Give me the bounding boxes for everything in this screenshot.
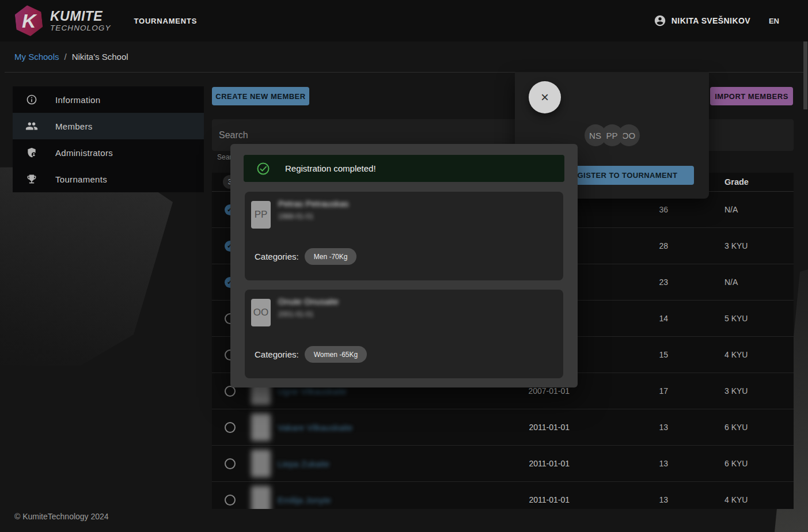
page: K KUMITE TECHNOLOGY TOURNAMENTS NIKITA S… xyxy=(0,0,808,532)
row-age-cell: 13 xyxy=(573,423,668,432)
table-row[interactable]: Emilija Jonyte 2011-01-01 13 4 KYU xyxy=(212,482,794,509)
sidebar-item-tournaments[interactable]: Tournaments xyxy=(13,166,204,192)
logo-letter: K xyxy=(22,11,36,31)
logo-hexagon-icon: K xyxy=(13,4,44,38)
admin-shield-icon xyxy=(25,146,38,159)
account-circle-icon xyxy=(654,14,666,27)
sidebar-item-label: Tournaments xyxy=(55,174,107,184)
members-icon xyxy=(25,120,38,132)
nav-item-tournaments[interactable]: TOURNAMENTS xyxy=(134,17,198,25)
member-name-blurred: Petras Petrauskas xyxy=(278,199,349,208)
breadcrumb-my-schools[interactable]: My Schools xyxy=(14,52,59,62)
row-name-cell: Vakare Vilkauskaite xyxy=(248,413,504,441)
member-avatar-blurred xyxy=(251,450,271,477)
language-switcher[interactable]: EN xyxy=(769,17,779,25)
import-members-button[interactable]: IMPORT MEMBERS xyxy=(710,87,793,105)
success-banner: Registration completed! xyxy=(244,155,564,182)
row-select-cell xyxy=(212,458,248,469)
member-name-link-blurred[interactable]: Emilija Jonyte xyxy=(278,495,331,505)
row-age-cell: 28 xyxy=(573,241,668,250)
selected-members-avatars: NS PP OO xyxy=(515,124,709,146)
sidebar-item-information[interactable]: Information xyxy=(13,86,204,113)
sidebar-item-label: Members xyxy=(55,121,93,131)
categories-label: Categories: xyxy=(255,349,299,359)
user-name: NIKITA SVEŠNIKOV xyxy=(672,16,750,25)
row-name-cell: Emilija Jonyte xyxy=(248,486,504,509)
sidebar-item-members[interactable]: Members xyxy=(13,113,204,139)
row-grade-cell: 3 KYU xyxy=(668,386,794,396)
sidebar-item-label: Administrators xyxy=(55,148,113,158)
member-name-link-blurred[interactable]: Ugne Vilkauskaite xyxy=(278,386,347,396)
row-grade-cell: 5 KYU xyxy=(668,314,794,323)
avatar-initials: NS xyxy=(585,124,606,146)
category-chip: Women -65Kg xyxy=(305,346,367,363)
table-row[interactable]: Liepa Zukaite 2011-01-01 13 6 KYU xyxy=(212,446,794,482)
row-select-cell xyxy=(212,422,248,433)
info-icon xyxy=(25,93,38,106)
user-menu[interactable]: NIKITA SVEŠNIKOV xyxy=(654,14,750,27)
row-grade-cell: N/A xyxy=(668,205,794,214)
row-dob-cell: 2011-01-01 xyxy=(504,423,573,432)
footer-copyright: © KumiteTechnology 2024 xyxy=(14,512,109,521)
row-grade-cell: 6 KYU xyxy=(668,423,794,432)
close-icon: × xyxy=(541,90,549,104)
member-initials-avatar: OO xyxy=(251,299,271,326)
background-hexagon-shape xyxy=(0,164,190,366)
table-row[interactable]: Vakare Vilkauskaite 2011-01-01 13 6 KYU xyxy=(212,409,794,446)
member-birthdate-blurred: 1988-01-01 xyxy=(278,212,313,221)
row-checkbox[interactable] xyxy=(225,495,236,506)
check-circle-icon xyxy=(256,162,270,176)
row-dob-cell: 2007-01-01 xyxy=(504,386,573,396)
close-button[interactable]: × xyxy=(529,81,561,113)
row-grade-cell: 3 KYU xyxy=(668,241,794,250)
category-chip: Men -70Kg xyxy=(305,248,357,265)
brand-logo[interactable]: K KUMITE TECHNOLOGY xyxy=(14,5,111,36)
member-name-blurred: Onute Onusaite xyxy=(278,297,339,306)
create-new-member-button[interactable]: CREATE NEW MEMBER xyxy=(212,87,309,105)
member-name-link-blurred[interactable]: Liepa Zukaite xyxy=(278,459,329,469)
brand-subname: TECHNOLOGY xyxy=(50,24,111,32)
row-age-cell: 15 xyxy=(573,350,668,359)
row-age-cell: 36 xyxy=(573,205,668,214)
row-age-cell: 13 xyxy=(573,459,668,468)
scrollbar-thumb[interactable] xyxy=(803,41,807,109)
categories-row: Categories: Men -70Kg xyxy=(255,248,356,265)
registered-member-card: PP Petras Petrauskas 1988-01-01 Categori… xyxy=(245,192,563,280)
member-birthdate-blurred: 2001-01-01 xyxy=(278,310,313,318)
registered-member-card: OO Onute Onusaite 2001-01-01 Categories:… xyxy=(245,290,563,378)
row-dob-cell: 2011-01-01 xyxy=(504,495,573,504)
sidebar: Information Members Administrators Tourn… xyxy=(13,86,204,192)
member-name-link-blurred[interactable]: Vakare Vilkauskaite xyxy=(278,423,352,432)
top-nav: K KUMITE TECHNOLOGY TOURNAMENTS NIKITA S… xyxy=(0,0,808,41)
success-message: Registration completed! xyxy=(285,164,376,173)
row-age-cell: 23 xyxy=(573,278,668,287)
sidebar-item-label: Information xyxy=(55,95,100,105)
breadcrumb-separator: / xyxy=(65,52,67,62)
registration-modal: Registration completed! PP Petras Petrau… xyxy=(230,144,578,387)
row-grade-cell: 4 KYU xyxy=(668,495,794,504)
row-age-cell: 13 xyxy=(573,495,668,504)
brand-name: KUMITE xyxy=(50,9,111,23)
trophy-icon xyxy=(25,173,38,185)
member-initials-avatar: PP xyxy=(251,201,271,229)
breadcrumb-current: Nikita's School xyxy=(72,52,128,62)
row-checkbox[interactable] xyxy=(225,422,236,433)
brand-text: KUMITE TECHNOLOGY xyxy=(50,9,111,32)
nav-right-group: NIKITA SVEŠNIKOV EN xyxy=(654,14,779,27)
row-age-cell: 14 xyxy=(573,314,668,323)
categories-row: Categories: Women -65Kg xyxy=(255,346,367,363)
row-grade-cell: 6 KYU xyxy=(668,459,794,468)
row-age-cell: 17 xyxy=(573,386,668,396)
row-name-cell: Liepa Zukaite xyxy=(248,450,504,477)
sidebar-item-administrators[interactable]: Administrators xyxy=(13,139,204,166)
member-avatar-blurred xyxy=(251,486,271,509)
row-checkbox[interactable] xyxy=(225,458,236,469)
breadcrumb: My Schools / Nikita's School xyxy=(14,52,128,62)
member-avatar-blurred xyxy=(251,413,271,441)
search-placeholder: Search xyxy=(219,130,248,140)
row-dob-cell: 2011-01-01 xyxy=(504,459,573,468)
categories-label: Categories: xyxy=(255,252,299,261)
row-select-cell xyxy=(212,495,248,506)
row-grade-cell: N/A xyxy=(668,278,794,287)
row-grade-cell: 4 KYU xyxy=(668,350,794,359)
